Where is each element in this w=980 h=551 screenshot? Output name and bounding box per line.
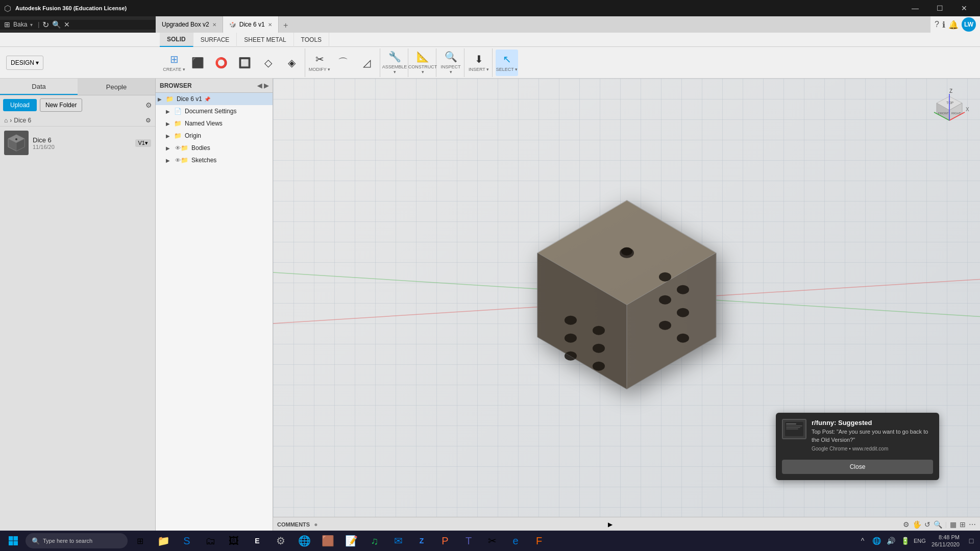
taskbar-snipping[interactable]: ✂ [481,531,503,551]
browser-collapse-right[interactable]: ▶ [264,82,268,89]
taskbar-chrome[interactable]: 🌐 [293,531,315,551]
file-item-dice6[interactable]: Dice 6 11/16/20 V1▾ [0,127,155,159]
pan-icon[interactable]: 🖐 [913,520,921,529]
notification-close-button[interactable]: Close [782,460,933,474]
taskbar-search[interactable]: 🔍 Type here to search [26,533,128,548]
refresh-icon[interactable]: ↻ [42,20,49,30]
zoom-icon[interactable]: ↺ [924,520,930,529]
comments-expand[interactable]: ● [314,521,317,528]
taskbar-minecraft[interactable]: 🟫 [316,531,339,551]
design-label: DESIGN ▾ [11,59,39,66]
assemble-btn[interactable]: 🔧 ASSEMBLE ▾ [383,49,406,76]
user-avatar[interactable]: LW [962,17,976,32]
taskbar-photos[interactable]: 🖼 [223,531,245,551]
breadcrumb-item[interactable]: Dice 6 [14,117,31,124]
nav-cube[interactable]: X Z TOP FRONT RIGHT [929,89,970,130]
grid-icon[interactable]: ⊞ [960,520,966,529]
taskbar-paymo[interactable]: P [434,531,456,551]
taskbar-zoom[interactable]: Z [410,531,433,551]
taskbar-fusion[interactable]: F [528,531,550,551]
windows-start-button[interactable] [2,531,24,551]
tray-clock[interactable]: 8:48 PM 26/11/2020 [927,534,964,548]
tree-item-bodies[interactable]: ▶ 👁 📁 Bodies [156,142,273,154]
tree-item-sketches[interactable]: ▶ 👁 📁 Sketches [156,154,273,166]
more-icon[interactable]: ⋯ [969,520,976,529]
tree-item-origin[interactable]: ▶ 📁 Origin [156,130,273,142]
tree-eye-bodies[interactable]: 👁 [175,145,181,151]
info-icon[interactable]: ℹ [942,20,945,30]
inspect-icon: 🔍 [445,51,457,63]
tab-close-icon2[interactable]: ✕ [268,22,272,28]
new-folder-button[interactable]: New Folder [40,98,82,112]
browser-collapse-left[interactable]: ◀ [257,82,262,89]
tab-dice6[interactable]: 🎲 Dice 6 v1 ✕ [223,16,279,33]
taskbar-steam[interactable]: ⚙ [270,531,292,551]
username-label[interactable]: Baka [13,21,27,28]
insert-btn[interactable]: ⬇ INSERT ▾ [468,49,490,76]
design-dropdown[interactable]: DESIGN ▾ [6,56,43,70]
construct-btn[interactable]: 📐 CONSTRUCT ▾ [411,49,434,76]
tab-add-button[interactable]: + [279,18,293,33]
tray-volume[interactable]: 🔊 [885,534,898,547]
taskbar-outlook[interactable]: ✉ [387,531,409,551]
sidebar-tab-data[interactable]: Data [0,79,78,95]
file-version[interactable]: V1▾ [135,139,151,147]
tray-arrow[interactable]: ^ [856,534,869,547]
toolbar-tab-sheetmetal[interactable]: SHEET METAL [237,33,293,47]
tree-item-named-views[interactable]: ▶ 📁 Named Views [156,117,273,130]
toolbar-tab-solid[interactable]: SOLID [160,33,193,47]
minimize-button[interactable]: — [903,0,927,16]
sidebar-settings-icon[interactable]: ⚙ [145,101,152,109]
shell-btn[interactable]: ◈ [280,49,303,76]
new-component-btn[interactable]: ⊞ CREATE ▾ [163,49,185,76]
taskbar-sticky[interactable]: 📝 [340,531,362,551]
taskbar-teams[interactable]: T [457,531,480,551]
inspect-btn[interactable]: 🔍 INSPECT ▾ [439,49,462,76]
zoom2-icon[interactable]: 🔍 [934,520,942,529]
toolbar-tab-tools[interactable]: TOOLS [294,33,329,47]
help-icon[interactable]: ? [935,20,939,29]
tab-close-icon[interactable]: ✕ [212,22,216,28]
upload-button[interactable]: Upload [3,99,37,111]
home-icon[interactable]: ⌂ [4,117,8,124]
taskbar-folder2[interactable]: 🗂 [199,531,222,551]
grid-icon[interactable]: ⊞ [4,20,10,29]
tray-lang[interactable]: ENG [913,534,926,547]
modify-btn[interactable]: ✂ MODIFY ▾ [308,49,331,76]
sweep-btn[interactable]: 🔲 [233,49,256,76]
taskbar-skype[interactable]: S [176,531,198,551]
display-icon[interactable]: ▦ [950,520,957,529]
fillet-btn[interactable]: ⌒ [332,49,354,76]
sidebar-tab-people[interactable]: People [78,79,155,95]
search-icon[interactable]: 🔍 [52,20,61,29]
close-button[interactable]: ✕ [952,0,976,16]
svg-text:TOP: TOP [946,101,954,105]
tree-item-document-settings[interactable]: ▶ 📄 Document Settings [156,105,273,117]
tray-notification[interactable]: □ [965,534,978,547]
tray-battery[interactable]: 🔋 [899,534,912,547]
taskbar-task-view[interactable]: ⊞ [129,531,151,551]
close-icon[interactable]: ✕ [64,20,70,29]
taskbar-spotify[interactable]: ♫ [363,531,386,551]
dropdown-icon[interactable]: ▾ [30,22,33,28]
viewport[interactable]: X Z TOP FRONT RIGHT CO [273,79,980,531]
breadcrumb-settings-icon[interactable]: ⚙ [145,117,151,124]
tree-arrow-doc: ▶ [166,109,174,114]
loft-btn[interactable]: ◇ [257,49,279,76]
toolbar-tab-surface[interactable]: SURFACE [193,33,237,47]
tree-eye-sketches[interactable]: 👁 [175,157,181,163]
extrude-btn[interactable]: ⬛ [186,49,209,76]
chamfer-btn[interactable]: ◿ [355,49,378,76]
bell-icon[interactable]: 🔔 [948,20,959,30]
revolve-btn[interactable]: ⭕ [210,49,232,76]
select-btn[interactable]: ↖ SELECT ▾ [496,49,518,76]
taskbar-explorer[interactable]: 📁 [152,531,175,551]
taskbar-epic[interactable]: E [246,531,268,551]
tree-item-dice6[interactable]: ▶ 📁 Dice 6 v1 📌 [156,93,273,105]
comments-collapse[interactable]: ▶ [608,521,612,528]
tab-upgraded-box[interactable]: Upgraded Box v2 ✕ [156,16,223,33]
taskbar-edge[interactable]: e [504,531,527,551]
maximize-button[interactable]: ☐ [928,0,951,16]
orbit-icon[interactable]: ⚙ [903,520,910,529]
tray-network[interactable]: 🌐 [870,534,884,547]
